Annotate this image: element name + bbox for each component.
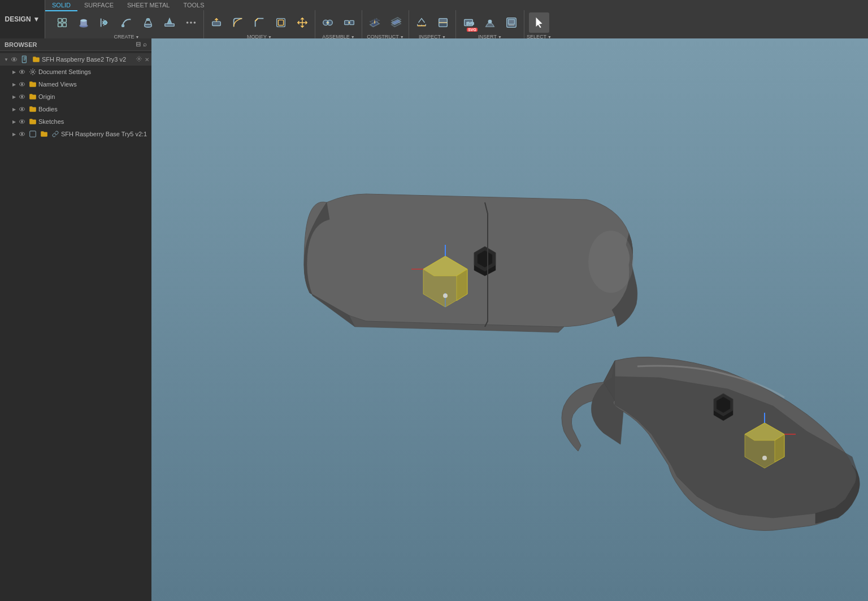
browser-title: BROWSER	[5, 41, 37, 48]
inspect-buttons	[411, 12, 453, 33]
tree-item-doc-settings[interactable]: ▶ Document Settings	[0, 66, 151, 78]
btn-midplane[interactable]	[386, 12, 406, 33]
tree-item-origin[interactable]: ▶ Origin	[0, 90, 151, 103]
tree-item-linked-doc[interactable]: ▶	[0, 128, 151, 140]
btn-measure[interactable]	[411, 12, 432, 33]
modify-buttons	[206, 12, 313, 33]
select-label[interactable]: SELECT ▼	[527, 34, 552, 40]
svg-point-46	[138, 58, 140, 60]
bodies-eye[interactable]	[18, 105, 26, 113]
bodies-folder-icon	[28, 105, 37, 114]
tree-item-bodies[interactable]: ▶ Bodies	[0, 103, 151, 115]
btn-canvas[interactable]	[501, 12, 522, 33]
svg-rect-1	[63, 19, 66, 22]
linked-doc-link-icon	[51, 129, 60, 139]
svg-point-16	[190, 21, 192, 24]
bodies-label: Bodies	[38, 106, 149, 113]
assemble-buttons	[318, 12, 359, 33]
toolbar-group-assemble: ASSEMBLE ▼	[315, 10, 362, 38]
browser-header-icons: ⊟ ⌕	[136, 41, 147, 48]
design-menu-button[interactable]: DESIGN ▼	[0, 0, 45, 38]
toolbar-group-select: SELECT ▼	[524, 10, 554, 38]
design-label: DESIGN	[5, 15, 31, 23]
btn-press-pull[interactable]	[206, 12, 227, 33]
svg-line-19	[255, 19, 258, 21]
toolbar-group-create: CREATE ▼	[50, 10, 204, 38]
inspect-label[interactable]: INSPECT ▼	[419, 34, 446, 40]
linked-doc-box-icon	[28, 129, 37, 139]
construct-label[interactable]: CONSTRUCT ▼	[367, 34, 403, 40]
tab-bar: SOLID SURFACE SHEET METAL TOOLS	[45, 0, 211, 11]
select-buttons	[529, 12, 549, 33]
btn-asbuilt-joint[interactable]	[339, 12, 359, 33]
create-buttons	[52, 12, 201, 33]
named-views-arrow[interactable]: ▶	[10, 80, 18, 88]
tab-solid[interactable]: SOLID	[45, 0, 77, 11]
svg-rect-18	[212, 21, 221, 25]
svg-rect-0	[58, 19, 62, 22]
svg-point-55	[21, 109, 23, 110]
svg-rect-3	[63, 23, 66, 27]
insert-buttons: SVG SVG	[458, 12, 522, 33]
svg-point-81	[762, 456, 767, 460]
btn-create-more[interactable]	[181, 12, 201, 33]
sketches-eye[interactable]	[18, 118, 26, 126]
btn-section-analysis[interactable]	[433, 12, 453, 33]
named-views-eye[interactable]	[18, 80, 26, 88]
construct-buttons	[364, 12, 406, 33]
svg-point-72	[443, 293, 448, 298]
modify-label[interactable]: MODIFY ▼	[247, 34, 272, 40]
root-settings-icon[interactable]	[136, 55, 142, 63]
browser-search-icon[interactable]: ⌕	[143, 41, 147, 48]
tree-root[interactable]: ▼ SFH Raspberry Base2 Try3 v2	[0, 53, 151, 66]
assemble-label[interactable]: ASSEMBLE ▼	[322, 34, 354, 40]
root-arrow[interactable]: ▼	[2, 55, 10, 63]
doc-settings-arrow[interactable]: ▶	[10, 68, 18, 76]
tab-surface[interactable]: SURFACE	[77, 0, 120, 11]
sketches-arrow[interactable]: ▶	[10, 118, 18, 126]
create-label[interactable]: CREATE ▼	[114, 34, 140, 40]
btn-revolve[interactable]	[95, 12, 115, 33]
btn-move[interactable]	[292, 12, 313, 33]
btn-offset-plane[interactable]	[364, 12, 385, 33]
root-close-icon[interactable]: ✕	[145, 57, 149, 63]
origin-folder-icon	[28, 92, 37, 101]
svg-point-24	[327, 21, 329, 24]
svg-point-15	[186, 21, 189, 24]
svg-rect-8	[122, 25, 124, 27]
btn-new-component[interactable]	[52, 12, 72, 33]
browser-collapse-icon[interactable]: ⊟	[136, 41, 141, 48]
root-eye-icon[interactable]	[10, 55, 18, 63]
viewport[interactable]	[151, 38, 868, 601]
doc-settings-eye[interactable]	[18, 68, 26, 76]
toolbar-group-insert: SVG SVG	[456, 10, 524, 38]
btn-chamfer[interactable]	[249, 12, 270, 33]
btn-insert-svg[interactable]: SVG SVG	[458, 12, 479, 33]
svg-point-44	[14, 59, 15, 60]
origin-eye[interactable]	[18, 93, 26, 101]
btn-loft[interactable]	[138, 12, 158, 33]
tab-tools[interactable]: TOOLS	[176, 0, 211, 11]
svg-point-6	[81, 19, 87, 22]
toolbar-group-modify: MODIFY ▼	[204, 10, 315, 38]
linked-doc-eye[interactable]	[18, 130, 26, 138]
bodies-arrow[interactable]: ▶	[10, 105, 18, 113]
tree-item-named-views[interactable]: ▶ Named Views	[0, 78, 151, 90]
svg-rect-60	[30, 131, 36, 137]
btn-shell[interactable]	[271, 12, 291, 33]
tree-item-sketches[interactable]: ▶ Sketches	[0, 115, 151, 128]
origin-arrow[interactable]: ▶	[10, 93, 18, 101]
btn-extrude[interactable]	[73, 12, 94, 33]
svg-point-17	[194, 21, 196, 24]
btn-sweep[interactable]	[116, 12, 137, 33]
btn-decal[interactable]	[480, 12, 500, 33]
btn-rib[interactable]	[159, 12, 180, 33]
btn-select[interactable]	[529, 12, 549, 33]
svg-point-9	[146, 19, 150, 21]
insert-label[interactable]: INSERT ▼	[478, 34, 502, 40]
btn-fillet[interactable]	[228, 12, 248, 33]
btn-joint[interactable]	[318, 12, 338, 33]
tab-sheet-metal[interactable]: SHEET METAL	[120, 0, 176, 11]
svg-point-62	[588, 231, 633, 293]
linked-doc-arrow[interactable]: ▶	[10, 130, 18, 138]
